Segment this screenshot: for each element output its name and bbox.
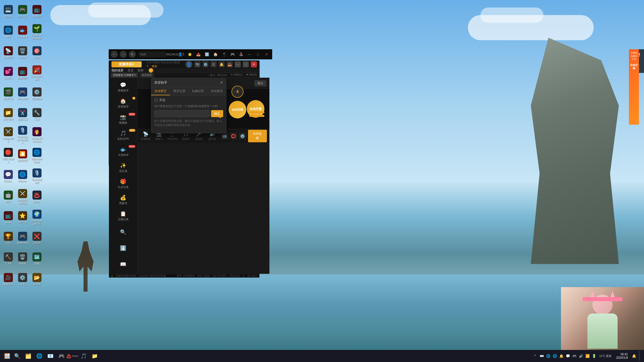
desktop-icon-folder[interactable]: 📂 文件夹 xyxy=(30,269,44,289)
companion-avatar[interactable]: 👤 xyxy=(185,61,192,68)
desktop-icon-trash[interactable]: 🗑️ 垃圾箱 xyxy=(16,42,29,63)
tab-auto-ban[interactable]: 自动禁言 xyxy=(151,87,170,95)
sidebar-tool-zhubo-task[interactable]: 📋 主播任务 xyxy=(110,208,136,223)
sidebar-tool-fanguan[interactable]: 🏠 房管助手 4 xyxy=(110,96,136,111)
desktop-icon-vampire[interactable]: 🧛 VampireSurvivors xyxy=(30,125,44,145)
taskbar-search[interactable]: 🔍 xyxy=(12,351,22,361)
desktop-icon-live-software[interactable]: 📡 直播软件 xyxy=(1,42,15,63)
tag-horizontal[interactable]: 横屏通用 xyxy=(140,73,154,77)
tray-icon-2[interactable]: 💬 xyxy=(566,353,571,358)
desktop-icon-tool4[interactable]: 🔨 工具4 xyxy=(1,249,15,269)
nav-my-scenes[interactable]: 我的场景 xyxy=(111,68,124,73)
filter-btn[interactable]: ⚙️ xyxy=(203,61,209,67)
desktop-icon-screenshot[interactable]: ✂️ 截图工具 xyxy=(16,104,29,124)
comp-close-btn[interactable]: ✕ xyxy=(251,61,257,67)
desktop-icon-league-legends[interactable]: ⚔️ League Legends xyxy=(16,187,29,207)
comp-maximize-btn[interactable]: □ xyxy=(243,61,249,67)
desktop-icon-aioc[interactable]: 🤖 AIOC xyxy=(1,187,15,207)
desktop-icon-recycle[interactable]: 🗑️ 回收站 xyxy=(16,249,29,269)
taskbar-browser[interactable]: 🌐 xyxy=(34,351,44,361)
nav-nickname[interactable]: 昵称 xyxy=(138,68,144,73)
tray-icon-3[interactable]: 🎮 xyxy=(572,353,577,358)
desktop-icon-league[interactable]: ⚔️ Leagued21 xyxy=(1,125,15,145)
desktop-icon-daqiu[interactable]: 🏆 大区 xyxy=(1,228,15,248)
sidebar-tool-read[interactable]: 📖 xyxy=(110,257,136,272)
tab-gift-records[interactable]: 礼物记录 xyxy=(189,87,208,95)
desktop-icon-computer[interactable]: 💻 此电脑 xyxy=(1,1,15,21)
comp-minimize-btn[interactable]: — xyxy=(235,61,241,67)
nav-send[interactable]: 发送 xyxy=(128,68,134,73)
desktop-icon-settings[interactable]: ⚙️ 设置 xyxy=(16,269,29,289)
desktop-icon-lovei[interactable]: 💕 Lovei.2 xyxy=(1,63,15,83)
game-button[interactable]: 🎮 xyxy=(229,51,236,58)
favorite-icon[interactable]: ⭐ xyxy=(186,51,193,58)
tray-notification-bell[interactable]: 🔔 xyxy=(631,353,636,358)
sidebar-tool-danmu[interactable]: 💬 弹幕助手 xyxy=(110,80,136,95)
desktop-icon-live[interactable]: 📺 直播 xyxy=(1,207,15,228)
desktop-icon-edge[interactable]: 🌐 Microsoft Edge xyxy=(30,146,44,166)
window-minimize[interactable]: — xyxy=(246,51,253,58)
sidebar-tool-xili[interactable]: ✨ 洗礼池 xyxy=(110,160,136,175)
sidebar-tool-quanmin[interactable]: 🎵 全民乐PK HOT xyxy=(110,128,136,143)
control-button[interactable]: 🕹️ xyxy=(237,51,245,58)
tray-icon-6[interactable]: 🔋 xyxy=(592,353,597,358)
tray-chevron[interactable]: ^ xyxy=(533,353,538,358)
desktop-icon-zhibozhushou[interactable]: 📺 直播助手 xyxy=(30,1,44,21)
desktop-icon-xoox[interactable]: ❌ XOOX xyxy=(30,228,44,248)
nav-add-btn[interactable]: + xyxy=(149,68,153,73)
confirm-button[interactable]: 确定 xyxy=(211,110,223,117)
desktop-icon-teamspeak-overlay[interactable]: 🎙️ TeamSpeak Overlay xyxy=(16,125,29,145)
screen-button[interactable]: 📱 xyxy=(220,51,227,58)
sidebar-tool-tanchong[interactable]: 💰 弹窗充 xyxy=(110,192,136,207)
desktop-icon-chrome[interactable]: 🌐 Chrome xyxy=(16,166,29,186)
taskbar-steam[interactable]: ♨️ Steam xyxy=(67,351,77,361)
exit-button[interactable]: 退出 xyxy=(254,80,266,86)
keyword-input[interactable] xyxy=(154,110,210,117)
desktop-icon-obs[interactable]: 🔴 OBS Studio xyxy=(1,146,15,166)
tray-network[interactable]: 🌐 xyxy=(546,353,551,358)
room-auto-open-btn[interactable]: 自动开播 xyxy=(229,101,246,118)
home-button[interactable]: 🏠 xyxy=(212,51,219,58)
taskbar-mail[interactable]: 📧 xyxy=(45,351,55,361)
desktop-icon-network[interactable]: 🌐 网络 xyxy=(1,22,15,42)
desktop-icon-discord[interactable]: 💬 Discord xyxy=(1,166,15,186)
desktop-icon-wideview[interactable]: 🎮 WideView xyxy=(16,228,29,248)
desktop-icon-files[interactable]: 📁 文件管理 xyxy=(1,104,15,124)
window-close[interactable]: ✕ xyxy=(263,51,270,58)
extra-ctrl-2[interactable]: ⭕ xyxy=(230,132,237,140)
open-checkbox[interactable] xyxy=(154,99,158,102)
start-button[interactable]: 🪟 xyxy=(2,351,12,361)
sidebar-tool-livi[interactable]: 🎁 礼仪任务 xyxy=(110,176,136,191)
taskbar-taskview[interactable]: 🗂️ xyxy=(23,351,33,361)
desktop-icon-tools[interactable]: 🔧 工具 xyxy=(30,104,44,124)
system-clock[interactable]: 16:41 2024/1/9 xyxy=(614,352,630,359)
tray-icon-1[interactable]: 🔔 xyxy=(559,353,564,358)
share-icon[interactable]: 📤 xyxy=(195,51,202,58)
taskbar-files[interactable]: 📁 xyxy=(90,351,100,361)
info-icon[interactable]: ℹ️ xyxy=(203,51,210,58)
sidebar-tool-buff[interactable]: 🐟 斗鱼Buff NEW xyxy=(110,144,136,159)
taskbar-music[interactable]: 🎵 xyxy=(78,351,89,361)
tag-main[interactable]: 高德显现·大神教学✎ xyxy=(111,73,138,77)
live-button[interactable]: 关闭直播 xyxy=(248,130,267,142)
extra-ctrl-1[interactable]: 📹 xyxy=(221,132,228,140)
desktop-icon-lgoto[interactable]: 🎯 LGoto xyxy=(30,42,44,63)
desktop-icon-teamspeak3[interactable]: 🎙️ TeamSpeak3 xyxy=(30,166,44,186)
ctrl-stream-channel[interactable]: 📡 直播通道 xyxy=(140,131,151,141)
tab-auto-speak[interactable]: 自动发言 xyxy=(208,87,226,95)
desktop-icon-teamspeak-global[interactable]: 🌍 TeamSpeakGbl xyxy=(30,207,44,228)
tab-ban-records[interactable]: 禁言记录 xyxy=(170,87,189,95)
window-maximize[interactable]: □ xyxy=(255,51,262,58)
address-bar[interactable]: 吃鸡 xyxy=(138,51,167,57)
desktop-icon-steam[interactable]: ♨️ Steam xyxy=(30,187,44,207)
tray-icon-4[interactable]: 🔊 xyxy=(579,353,584,358)
sidebar-tool-search[interactable]: 🔍 xyxy=(110,224,136,240)
tray-chrome[interactable]: 🌐 xyxy=(552,353,557,358)
taskbar-game[interactable]: 🎮 xyxy=(56,351,66,361)
refresh-button[interactable]: ↻ xyxy=(129,51,136,58)
desktop-icon-map[interactable]: 🗺️ 地图 xyxy=(30,249,44,269)
extra-ctrl-3[interactable]: ⚙️ xyxy=(239,132,246,140)
screen-capture-btn[interactable]: 📷 xyxy=(194,61,200,67)
desktop-icon-douyu[interactable]: 🐟 斗鱼直播 xyxy=(16,22,29,42)
desktop-icon-vip[interactable]: ⭐ VIP工具 xyxy=(16,207,29,228)
